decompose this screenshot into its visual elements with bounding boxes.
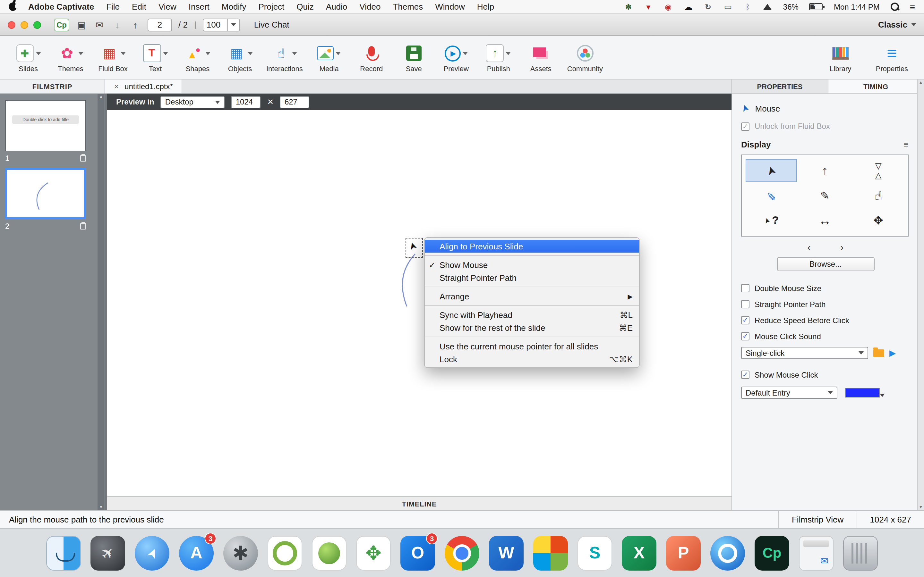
chevron-down-icon[interactable] — [292, 52, 297, 55]
bluetooth-icon[interactable] — [743, 2, 752, 11]
battery-icon[interactable]: ↯ — [809, 3, 823, 10]
scroll-down-icon[interactable]: ▼ — [99, 504, 103, 510]
chevron-down-icon[interactable] — [78, 52, 83, 55]
menu-item[interactable]: Audio — [326, 2, 347, 11]
menu-item[interactable]: Window — [435, 2, 465, 11]
menu-item[interactable]: Themes — [393, 2, 423, 11]
context-menu-item[interactable]: Arrange — [425, 290, 639, 303]
live-chat-button[interactable]: Live Chat — [254, 20, 289, 29]
powerpoint-icon[interactable] — [666, 534, 701, 572]
menu-clock[interactable]: Mon 1:44 PM — [834, 2, 880, 11]
toolbar-properties[interactable]: Properties — [874, 42, 910, 73]
excel-icon[interactable] — [621, 534, 657, 572]
paw-icon[interactable] — [624, 2, 633, 11]
toolbar-publish[interactable]: Publish — [481, 42, 517, 73]
toolbar-community[interactable]: Community — [565, 42, 605, 73]
menu-item[interactable]: Edit — [132, 2, 146, 11]
option-checkbox[interactable] — [741, 300, 750, 308]
slide-1-preview[interactable]: Double click to add title — [5, 100, 86, 151]
webex-icon[interactable] — [710, 534, 746, 572]
launchpad-icon[interactable] — [90, 534, 126, 572]
context-menu-item[interactable] — [425, 284, 639, 290]
toolbar-library[interactable]: Library — [822, 42, 859, 73]
spotlight-search-icon[interactable] — [891, 3, 899, 11]
close-tab-icon[interactable]: × — [114, 82, 119, 91]
display-icon[interactable] — [724, 2, 732, 11]
toolbar-preview[interactable]: Preview — [438, 42, 474, 73]
click-color-swatch[interactable] — [845, 388, 880, 398]
chevron-down-icon[interactable] — [336, 52, 341, 55]
chevron-down-icon[interactable] — [463, 52, 468, 55]
browse-button[interactable]: Browse... — [777, 257, 874, 271]
sway-icon[interactable] — [577, 534, 613, 572]
chevron-down-icon[interactable] — [36, 52, 41, 55]
arrow-cursor-icon[interactable] — [746, 159, 797, 182]
safari-icon[interactable] — [134, 534, 170, 572]
toolbar-record[interactable]: Record — [354, 42, 389, 73]
anyconnect-icon[interactable] — [311, 534, 347, 572]
slide-number-input[interactable]: 2 — [148, 18, 172, 31]
office-icon[interactable] — [533, 534, 569, 572]
toolbar-fluid-box[interactable]: Fluid Box — [95, 42, 131, 73]
move-cursor-icon[interactable] — [853, 209, 904, 232]
menu-item[interactable]: File — [106, 2, 120, 11]
zoom-input[interactable]: 100 — [203, 18, 240, 31]
menu-item[interactable]: Quiz — [296, 2, 313, 11]
workspace-selector[interactable]: Classic — [878, 20, 916, 29]
chevron-down-icon[interactable] — [163, 52, 168, 55]
word-icon[interactable] — [488, 534, 524, 572]
browse-sound-folder-icon[interactable] — [873, 349, 884, 357]
toolbar-objects[interactable]: Objects — [222, 42, 258, 73]
screen-share-icon[interactable] — [76, 19, 87, 30]
citrix-icon[interactable] — [267, 534, 303, 572]
timeline-panel-header[interactable]: TIMELINE — [107, 496, 732, 510]
context-menu-item[interactable] — [425, 334, 639, 340]
toolbar-themes[interactable]: Themes — [53, 42, 89, 73]
menu-item[interactable]: View — [158, 2, 176, 11]
context-menu-item[interactable]: Sync with Playhead ⌘L — [425, 308, 639, 321]
scroll-up-icon[interactable]: ▲ — [919, 80, 923, 85]
document-tab[interactable]: × untitled1.cptx* — [105, 79, 183, 93]
toolbar-assets[interactable]: Assets — [523, 42, 559, 73]
menu-item[interactable]: Adobe Captivate — [28, 2, 94, 11]
arrow-up-icon[interactable] — [129, 19, 141, 30]
toolbar-text[interactable]: Text — [137, 42, 173, 73]
menu-item[interactable]: Help — [477, 2, 494, 11]
close-window-button[interactable] — [8, 21, 15, 29]
mail-icon[interactable] — [94, 19, 105, 30]
toolbar-save[interactable]: Save — [396, 42, 432, 73]
delete-slide-icon[interactable] — [80, 155, 86, 161]
slide-thumbnail-1[interactable]: Double click to add title 1 — [5, 100, 92, 163]
context-menu-item[interactable]: Straight Pointer Path — [425, 271, 639, 284]
menu-item[interactable]: Insert — [189, 2, 210, 11]
panel-tab[interactable]: PROPERTIES — [732, 79, 828, 93]
option-checkbox[interactable] — [741, 284, 750, 292]
chrome-icon[interactable] — [444, 534, 480, 572]
context-menu-item[interactable]: Lock ⌥⌘K — [425, 353, 639, 366]
scroll-up-icon[interactable]: ▲ — [99, 94, 103, 99]
app-store-icon[interactable]: 3 — [178, 534, 214, 572]
menu-item[interactable]: Project — [258, 2, 284, 11]
delete-slide-icon[interactable] — [80, 223, 86, 229]
context-menu-item[interactable]: Show for the rest of the slide ⌘E — [425, 321, 639, 334]
outlook-icon[interactable]: 3 — [400, 534, 436, 572]
filmstrip-scrollbar[interactable]: ▲ ▼ — [97, 93, 105, 510]
panel-tab[interactable]: TIMING — [828, 79, 924, 93]
eyedropper-cursor-icon[interactable] — [746, 184, 797, 207]
system-preferences-icon[interactable] — [223, 534, 258, 572]
shield-icon[interactable] — [644, 3, 653, 11]
chevron-down-icon[interactable] — [205, 52, 210, 55]
click-sound-select[interactable]: Single-click — [741, 347, 868, 359]
apple-menu[interactable] — [9, 3, 17, 11]
wifi-icon[interactable] — [763, 3, 772, 10]
zoom-dropdown-button[interactable] — [227, 19, 236, 31]
context-menu-item[interactable] — [425, 303, 639, 308]
menu-item[interactable]: Modify — [222, 2, 246, 11]
toolbar-slides[interactable]: Slides — [10, 42, 46, 73]
context-menu-item[interactable] — [425, 253, 639, 258]
properties-scrollbar[interactable]: ▲ ▼ — [917, 79, 924, 510]
click-effect-select[interactable]: Default Entry — [741, 387, 837, 399]
menu-item[interactable]: Video — [359, 2, 381, 11]
next-pointers-button[interactable]: › — [840, 242, 844, 253]
play-sound-icon[interactable]: ▶ — [889, 348, 896, 358]
